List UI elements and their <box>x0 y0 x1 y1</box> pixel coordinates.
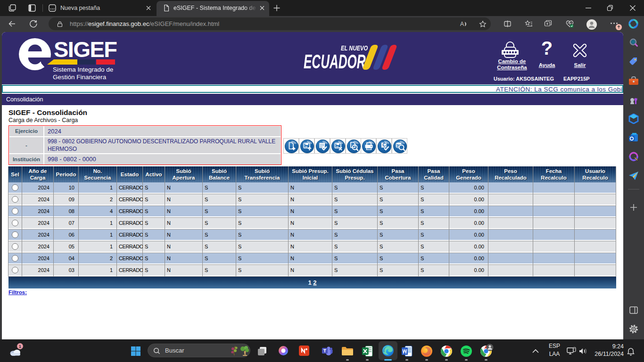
svg-text:A: A <box>460 21 464 27</box>
svg-text:C: C <box>382 142 386 148</box>
